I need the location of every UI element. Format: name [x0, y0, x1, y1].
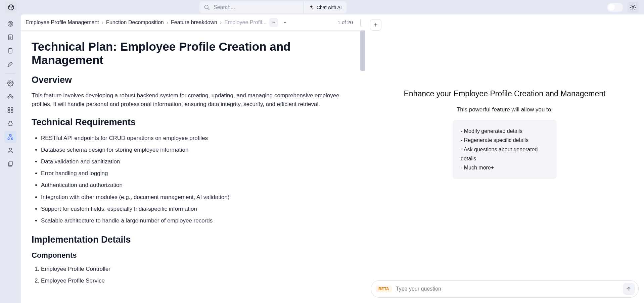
- top-right: [607, 2, 639, 13]
- search-wrap: Search... Chat with AI: [199, 1, 347, 13]
- svg-point-3: [8, 21, 13, 27]
- sidebar-divider: [5, 73, 15, 74]
- bug-icon: [7, 120, 14, 127]
- feature-box: - Modify generated details - Regenerate …: [453, 120, 557, 179]
- list-item: Employee Profile Controller: [41, 264, 355, 273]
- sparkle-icon: [309, 5, 314, 10]
- modules-icon: [7, 107, 14, 113]
- plus-icon: [373, 22, 378, 28]
- target-icon: [7, 20, 14, 27]
- svg-point-15: [12, 97, 13, 98]
- sidebar-item-pen[interactable]: [4, 58, 16, 70]
- overview-text: This feature involves developing a robus…: [32, 91, 355, 109]
- prev-page-button[interactable]: [269, 18, 278, 27]
- sidebar-item-sitemap[interactable]: [4, 131, 16, 143]
- list-item: Authentication and authorization: [41, 181, 355, 190]
- svg-point-13: [10, 94, 11, 96]
- chat-bar: BETA: [371, 280, 639, 298]
- clipboard-icon: [7, 47, 14, 54]
- right-panel: Enhance your Employee Profile Creation a…: [365, 14, 644, 303]
- cog-icon: [7, 80, 14, 87]
- settings-button[interactable]: [627, 2, 639, 13]
- chat-ai-label: Chat with AI: [317, 5, 342, 10]
- crumb-1[interactable]: Function Decomposition: [106, 19, 164, 26]
- svg-point-20: [9, 122, 12, 126]
- sidebar-item-target[interactable]: [4, 18, 16, 30]
- svg-rect-17: [11, 108, 13, 110]
- sidebar-item-clipboard[interactable]: [4, 45, 16, 57]
- new-conversation-button[interactable]: [370, 19, 381, 31]
- chevron-right-icon: ›: [167, 19, 168, 26]
- enhance-title: Enhance your Employee Profile Creation a…: [375, 88, 634, 99]
- implementation-heading: Implementation Details: [32, 235, 355, 245]
- list-item: RESTful API endpoints for CRUD operation…: [41, 134, 355, 143]
- gear-icon: [630, 4, 636, 11]
- svg-rect-18: [8, 111, 10, 113]
- beta-badge: BETA: [376, 286, 392, 292]
- sidebar: [0, 14, 21, 303]
- notes-icon: [7, 34, 14, 41]
- arrow-up-icon: [626, 286, 632, 292]
- components-list: Employee Profile Controller Employee Pro…: [32, 264, 355, 285]
- list-item: Database schema design for storing emplo…: [41, 145, 355, 154]
- sidebar-item-user[interactable]: [4, 144, 16, 156]
- svg-point-14: [8, 97, 9, 98]
- crumb-0[interactable]: Employee Profile Management: [26, 19, 99, 26]
- app-logo[interactable]: [5, 2, 17, 13]
- theme-toggle[interactable]: [607, 3, 623, 12]
- sidebar-item-modules[interactable]: [4, 104, 16, 116]
- page-counter: 1 of 20: [337, 19, 353, 25]
- list-item: Employee Profile Service: [41, 276, 355, 285]
- sidebar-item-cog[interactable]: [4, 77, 16, 89]
- doc-title: Technical Plan: Employee Profile Creatio…: [32, 40, 355, 67]
- chevron-right-icon: ›: [102, 19, 103, 26]
- search-input[interactable]: Search...: [199, 1, 304, 13]
- sidebar-item-notes[interactable]: [4, 31, 16, 43]
- requirements-heading: Technical Requirements: [32, 117, 355, 128]
- chevron-up-icon: [271, 20, 276, 25]
- requirements-list: RESTful API endpoints for CRUD operation…: [32, 134, 355, 225]
- feature-item: - Regenerate specific details: [461, 136, 549, 145]
- list-item: Integration with other modules (e.g., do…: [41, 193, 355, 202]
- search-icon: [203, 4, 210, 11]
- feature-item: - Modify generated details: [461, 127, 549, 136]
- svg-rect-19: [11, 111, 13, 113]
- svg-point-24: [9, 148, 12, 150]
- chat-with-ai-button[interactable]: Chat with AI: [304, 1, 347, 13]
- team-icon: [7, 93, 14, 100]
- list-item: Data validation and sanitization: [41, 157, 355, 166]
- scrollbar-thumb[interactable]: [360, 31, 365, 71]
- feature-item: - Much more+: [461, 163, 549, 172]
- top-bar: Search... Chat with AI: [0, 0, 644, 14]
- svg-rect-23: [11, 138, 13, 139]
- list-item: Support for custom fields, especially In…: [41, 204, 355, 213]
- next-page-button[interactable]: [281, 18, 289, 27]
- send-button[interactable]: [623, 283, 635, 295]
- breadcrumb-bar: Employee Profile Management › Function D…: [21, 14, 365, 31]
- sidebar-item-team[interactable]: [4, 91, 16, 103]
- svg-point-0: [204, 5, 208, 9]
- svg-point-5: [10, 23, 11, 24]
- sitemap-icon: [7, 134, 14, 140]
- main-panel: Employee Profile Management › Function D…: [21, 14, 365, 303]
- chevron-right-icon: ›: [220, 19, 222, 26]
- search-placeholder: Search...: [214, 4, 235, 10]
- crumb-current: Employee Profil...: [224, 19, 266, 26]
- svg-rect-25: [9, 161, 12, 166]
- components-heading: Components: [32, 251, 355, 260]
- cube-icon: [8, 4, 14, 11]
- crumb-2[interactable]: Feature breakdown: [171, 19, 217, 26]
- enhance-block: Enhance your Employee Profile Creation a…: [365, 88, 644, 179]
- user-icon: [7, 147, 14, 154]
- svg-rect-22: [8, 138, 9, 139]
- list-item: Error handling and logging: [41, 169, 355, 178]
- sidebar-item-copy[interactable]: [4, 158, 16, 170]
- enhance-sub: This powerful feature will allow you to:: [375, 106, 634, 113]
- svg-line-1: [208, 8, 210, 10]
- chat-input[interactable]: [396, 286, 619, 292]
- sidebar-item-bug[interactable]: [4, 117, 16, 130]
- overview-heading: Overview: [32, 75, 355, 85]
- copy-icon: [7, 160, 14, 167]
- chevron-down-icon: [283, 20, 287, 25]
- svg-rect-21: [10, 135, 11, 136]
